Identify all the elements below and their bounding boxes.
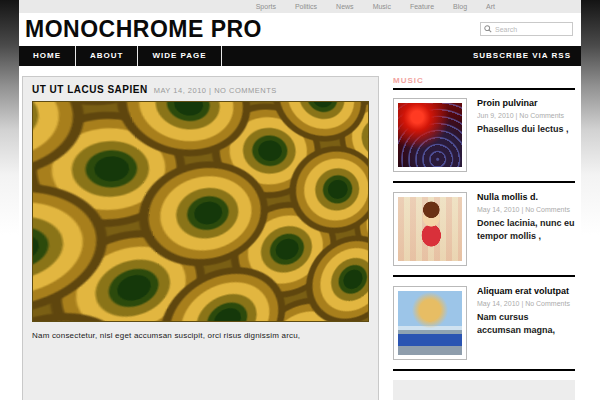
sidebar-meta-separator: | <box>521 206 523 213</box>
sidebar-post-item: Proin pulvinar Jun 9, 2010 | No Comments… <box>393 98 575 183</box>
sidebar-item-text: Proin pulvinar Jun 9, 2010 | No Comments… <box>477 98 569 172</box>
sidebar-post-title-link[interactable]: Aliquam erat volutpat <box>477 286 575 296</box>
sidebar-post-meta: May 14, 2010 | No Comments <box>477 300 575 307</box>
image-light-overlay <box>33 102 368 321</box>
sidebar-post-date: May 14, 2010 <box>477 300 519 307</box>
sidebar-post-meta: May 14, 2010 | No Comments <box>477 206 575 213</box>
category-link-blog[interactable]: Blog <box>453 3 467 10</box>
sidebar-thumbnail-link[interactable] <box>393 98 467 172</box>
sidebar-post-item: Nulla mollis d. May 14, 2010 | No Commen… <box>393 192 575 277</box>
site-header: MONOCHROME PRO <box>19 13 581 46</box>
category-link-sports[interactable]: Sports <box>256 3 276 10</box>
search-icon <box>484 25 492 33</box>
sidebar-post-item: Aliquam erat volutpat May 14, 2010 | No … <box>393 286 575 371</box>
post-meta: MAY 14, 2010 | NO COMMENTS <box>154 86 277 95</box>
sidebar-post-excerpt: Donec lacinia, nunc eu tempor mollis , <box>477 217 575 243</box>
post-excerpt: Nam consectetur, nisl eget accumsan susc… <box>32 331 369 340</box>
post-meta-separator: | <box>209 86 211 95</box>
post-header: UT UT LACUS SAPIEN MAY 14, 2010 | NO COM… <box>32 84 369 95</box>
post-featured-image <box>32 101 369 322</box>
category-menu-bar: Sports Politics News Music Feature Blog … <box>19 0 581 13</box>
post-title-link[interactable]: UT UT LACUS SAPIEN <box>32 84 148 95</box>
content-area: UT UT LACUS SAPIEN MAY 14, 2010 | NO COM… <box>19 66 581 400</box>
sidebar-post-title-link[interactable]: Proin pulvinar <box>477 98 569 108</box>
nav-item-home[interactable]: HOME <box>19 46 76 66</box>
sidebar-post-comments: No Comments <box>519 112 564 119</box>
sidebar-meta-separator: | <box>516 112 518 119</box>
search-box <box>480 22 573 36</box>
sidebar-thumbnail-link[interactable] <box>393 192 467 266</box>
category-link-news[interactable]: News <box>336 3 354 10</box>
category-link-politics[interactable]: Politics <box>295 3 317 10</box>
sidebar-post-title-link[interactable]: Nulla mollis d. <box>477 192 575 202</box>
category-link-feature[interactable]: Feature <box>410 3 434 10</box>
main-post-panel: UT UT LACUS SAPIEN MAY 14, 2010 | NO COM… <box>22 76 379 400</box>
portrait-photo <box>398 291 462 355</box>
sidebar-thumbnail-link[interactable] <box>393 286 467 360</box>
sidebar-item-text: Nulla mollis d. May 14, 2010 | No Commen… <box>477 192 575 266</box>
sidebar: MUSIC Proin pulvinar Jun 9, 2010 | No Co… <box>393 76 575 400</box>
sidebar-post-comments: No Comments <box>525 206 570 213</box>
page: Sports Politics News Music Feature Blog … <box>19 0 581 400</box>
category-link-music[interactable]: Music <box>373 3 391 10</box>
sidebar-post-date: Jun 9, 2010 <box>477 112 514 119</box>
post-comments-count: NO COMMENTS <box>214 86 277 95</box>
turntable-photo <box>398 103 462 167</box>
doll-photo <box>398 197 462 261</box>
sidebar-post-date: May 14, 2010 <box>477 206 519 213</box>
sidebar-placeholder-box <box>393 380 575 400</box>
sidebar-post-excerpt: Phasellus dui lectus , <box>477 123 569 136</box>
sidebar-post-comments: No Comments <box>525 300 570 307</box>
sidebar-post-meta: Jun 9, 2010 | No Comments <box>477 112 569 119</box>
nav-item-about[interactable]: ABOUT <box>76 46 138 66</box>
post-date: MAY 14, 2010 <box>154 86 207 95</box>
main-nav: HOME ABOUT WIDE PAGE SUBSCRIBE VIA RSS <box>19 46 581 66</box>
sidebar-meta-separator: | <box>521 300 523 307</box>
sidebar-post-excerpt: Nam cursus accumsan magna, <box>477 311 575 337</box>
sidebar-heading-music: MUSIC <box>393 76 575 90</box>
category-link-art[interactable]: Art <box>486 3 495 10</box>
subscribe-rss-link[interactable]: SUBSCRIBE VIA RSS <box>459 46 581 66</box>
nav-item-wide-page[interactable]: WIDE PAGE <box>138 46 221 66</box>
search-input[interactable] <box>495 26 569 33</box>
sidebar-item-text: Aliquam erat volutpat May 14, 2010 | No … <box>477 286 575 360</box>
site-title[interactable]: MONOCHROME PRO <box>25 16 262 43</box>
